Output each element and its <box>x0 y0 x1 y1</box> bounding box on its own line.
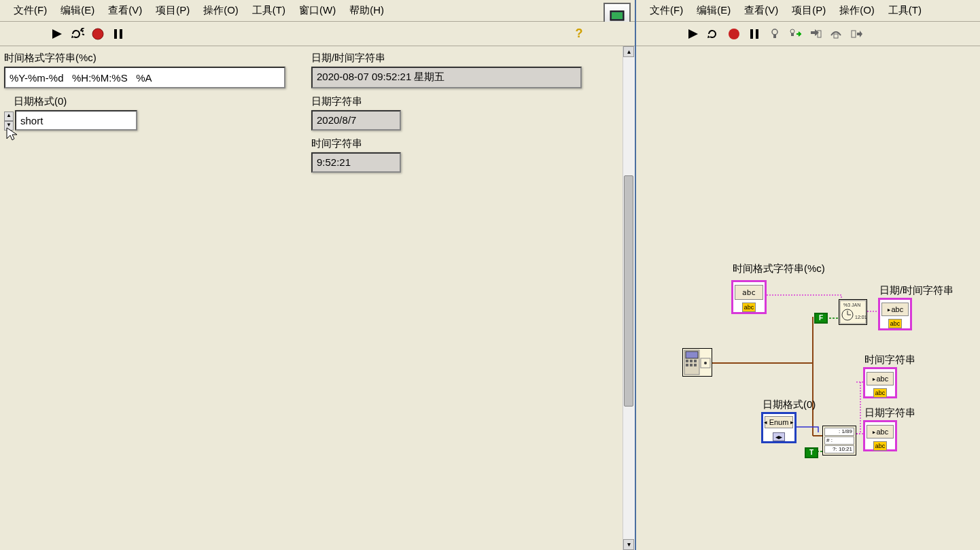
svg-text:12:01: 12:01 <box>855 315 867 320</box>
svg-point-30 <box>704 362 707 364</box>
wires-layer <box>636 46 980 550</box>
bd-label-date-string: 日期字符串 <box>864 407 915 419</box>
bd-label-datetime-string: 日期/时间字符串 <box>879 284 953 297</box>
retain-wire-values-icon[interactable] <box>787 26 803 42</box>
svg-point-5 <box>729 29 739 39</box>
label-date-string: 日期字符串 <box>311 95 362 108</box>
menu-operate-bd[interactable]: 操作(O) <box>833 1 881 20</box>
bd-node-date-format-control[interactable]: ◂ Enum ▸ ◂▸ <box>761 412 797 443</box>
front-panel-scrollbar[interactable]: ▴ ▾ <box>623 46 635 550</box>
label-time-string: 时间字符串 <box>311 137 362 150</box>
svg-rect-13 <box>834 34 838 38</box>
label-datetime-string: 日期/时间字符串 <box>311 52 385 65</box>
bd-func-format-datetime[interactable]: %3 JAN 12:01 <box>839 299 867 325</box>
output-time-string: 9:52:21 <box>311 152 401 173</box>
toolbar-right <box>636 22 980 46</box>
bd-label-date-format: 日期格式(0) <box>763 398 816 411</box>
bd-node-time-format-string-control[interactable]: abc abc <box>731 280 767 314</box>
svg-rect-27 <box>690 364 693 366</box>
step-out-icon[interactable] <box>848 26 864 42</box>
enum-text: Enum <box>769 418 789 426</box>
pause-button-bd[interactable] <box>746 26 763 42</box>
bd-bool-true-const[interactable]: T <box>805 447 818 458</box>
abort-button[interactable] <box>90 26 106 42</box>
bd-node-time-string-indicator[interactable]: ▸abc abc <box>863 367 897 398</box>
menu-tools-bd[interactable]: 工具(T) <box>881 1 928 20</box>
svg-rect-11 <box>791 33 794 36</box>
input-time-format-string[interactable] <box>4 67 285 88</box>
abc-glyph: abc <box>735 285 763 300</box>
svg-rect-6 <box>750 29 753 39</box>
toolbar-left: ? <box>0 22 635 46</box>
output-date-string: 2020/8/7 <box>311 110 401 131</box>
sub-abc-3: abc <box>873 388 888 398</box>
highlight-execution-icon[interactable] <box>767 26 783 42</box>
abort-button-bd[interactable] <box>726 26 742 42</box>
run-button-bd[interactable] <box>685 26 701 42</box>
menu-window[interactable]: 窗口(W) <box>292 1 343 20</box>
bd-func-format-date-time-string[interactable]: : 1/89 # : ?: 10:21 <box>822 426 856 456</box>
menu-file-bd[interactable]: 文件(F) <box>643 1 690 20</box>
abc-glyph-4: ▸abc <box>867 425 894 439</box>
menu-help[interactable]: 帮助(H) <box>343 1 391 20</box>
scroll-down-icon[interactable]: ▾ <box>623 539 634 550</box>
menu-edit[interactable]: 编辑(E) <box>54 1 101 20</box>
label-date-format: 日期格式(0) <box>14 95 67 108</box>
svg-rect-24 <box>690 360 693 362</box>
menu-edit-bd[interactable]: 编辑(E) <box>690 1 737 20</box>
sub-abc-4: abc <box>873 441 888 451</box>
svg-rect-25 <box>694 360 697 362</box>
menubar-right: 文件(F) 编辑(E) 查看(V) 项目(P) 操作(O) 工具(T) <box>636 0 980 22</box>
sub-abc: abc <box>742 303 756 312</box>
svg-rect-9 <box>773 35 776 38</box>
menu-operate[interactable]: 操作(O) <box>196 1 245 20</box>
menu-view[interactable]: 查看(V) <box>101 1 149 20</box>
bd-node-datetime-string-indicator[interactable]: ▸abc abc <box>878 298 912 330</box>
bd-bool-false-const[interactable]: F <box>814 313 828 324</box>
run-button[interactable] <box>49 26 65 42</box>
sub-abc-2: abc <box>888 319 903 328</box>
menu-project-bd[interactable]: 项目(P) <box>785 1 833 20</box>
abc-glyph-2: ▸abc <box>881 303 909 316</box>
svg-rect-23 <box>686 360 688 362</box>
input-date-format[interactable] <box>15 110 137 131</box>
svg-point-2 <box>92 29 103 39</box>
menu-view-bd[interactable]: 查看(V) <box>737 1 785 20</box>
label-time-format-string: 时间格式字符串(%c) <box>4 52 97 65</box>
svg-rect-26 <box>686 364 688 366</box>
svg-rect-28 <box>694 364 697 366</box>
svg-rect-1 <box>612 12 623 19</box>
svg-point-10 <box>790 29 794 33</box>
scrollbar-thumb[interactable] <box>624 175 633 407</box>
svg-rect-12 <box>818 31 821 37</box>
step-over-icon[interactable] <box>828 26 844 42</box>
context-help-icon[interactable]: ? <box>572 27 586 41</box>
front-panel-content: 时间格式字符串(%c) 日期/时间字符串 2020-08-07 09:52:21… <box>0 46 635 550</box>
block-diagram-window: 文件(F) 编辑(E) 查看(V) 项目(P) 操作(O) 工具(T) <box>636 0 980 550</box>
enum-spinner[interactable]: ▲▼ <box>4 111 14 131</box>
scroll-up-icon[interactable]: ▴ <box>623 46 634 57</box>
run-continuous-button[interactable] <box>69 26 86 42</box>
menu-tools[interactable]: 工具(T) <box>245 1 292 20</box>
step-into-icon[interactable] <box>807 26 824 42</box>
pause-button[interactable] <box>110 26 126 42</box>
enum-up-icon[interactable]: ▲ <box>4 111 14 121</box>
svg-text:%3 JAN: %3 JAN <box>843 303 860 307</box>
output-datetime-string: 2020-08-07 09:52:21 星期五 <box>311 67 582 88</box>
front-panel-window: 文件(F) 编辑(E) 查看(V) 项目(P) 操作(O) 工具(T) 窗口(W… <box>0 0 636 550</box>
abc-glyph-3: ▸abc <box>867 372 894 385</box>
menu-project[interactable]: 项目(P) <box>149 1 196 20</box>
menu-file[interactable]: 文件(F) <box>7 1 54 20</box>
bd-func-get-datetime[interactable] <box>682 348 712 377</box>
run-continuous-button-bd[interactable] <box>705 26 722 42</box>
svg-rect-14 <box>852 31 856 37</box>
block-diagram-content[interactable]: 时间格式字符串(%c) abc abc 日期/时间字符串 ▸abc abc %3… <box>636 46 980 550</box>
svg-rect-4 <box>120 29 122 39</box>
bd-node-date-string-indicator[interactable]: ▸abc abc <box>863 420 897 451</box>
bd-label-time-string: 时间字符串 <box>864 354 915 366</box>
enum-down-icon[interactable]: ▼ <box>4 121 14 131</box>
bd-label-time-format-string: 时间格式字符串(%c) <box>733 262 825 275</box>
svg-rect-22 <box>686 351 698 358</box>
svg-rect-3 <box>114 29 117 39</box>
svg-rect-7 <box>756 29 758 39</box>
